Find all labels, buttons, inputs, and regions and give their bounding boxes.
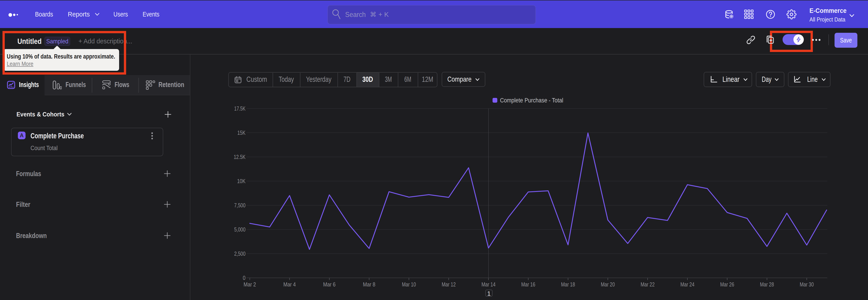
- svg-text:Mar 8: Mar 8: [363, 281, 375, 288]
- svg-text:Mar 22: Mar 22: [641, 281, 655, 288]
- svg-text:Mar 6: Mar 6: [323, 281, 336, 288]
- svg-text:17.5K: 17.5K: [234, 106, 246, 112]
- svg-text:2,500: 2,500: [234, 250, 246, 257]
- svg-text:Mar 16: Mar 16: [521, 281, 535, 288]
- svg-text:5,000: 5,000: [234, 226, 246, 233]
- svg-text:Mar 30: Mar 30: [800, 281, 814, 288]
- svg-text:Mar 14: Mar 14: [482, 281, 495, 288]
- svg-text:10K: 10K: [237, 178, 246, 184]
- svg-text:Mar 20: Mar 20: [601, 281, 615, 288]
- svg-text:Mar 26: Mar 26: [720, 281, 734, 288]
- svg-text:12.5K: 12.5K: [234, 154, 246, 160]
- svg-text:Mar 24: Mar 24: [680, 281, 694, 288]
- svg-text:0: 0: [243, 275, 246, 281]
- svg-text:Mar 28: Mar 28: [760, 281, 774, 288]
- svg-text:Mar 2: Mar 2: [244, 281, 256, 288]
- svg-text:Mar 18: Mar 18: [561, 281, 575, 288]
- svg-text:Mar 10: Mar 10: [402, 281, 416, 288]
- svg-text:Mar 12: Mar 12: [442, 281, 456, 288]
- svg-text:7,500: 7,500: [234, 202, 246, 208]
- svg-text:Mar 4: Mar 4: [283, 281, 296, 288]
- svg-text:15K: 15K: [237, 129, 246, 136]
